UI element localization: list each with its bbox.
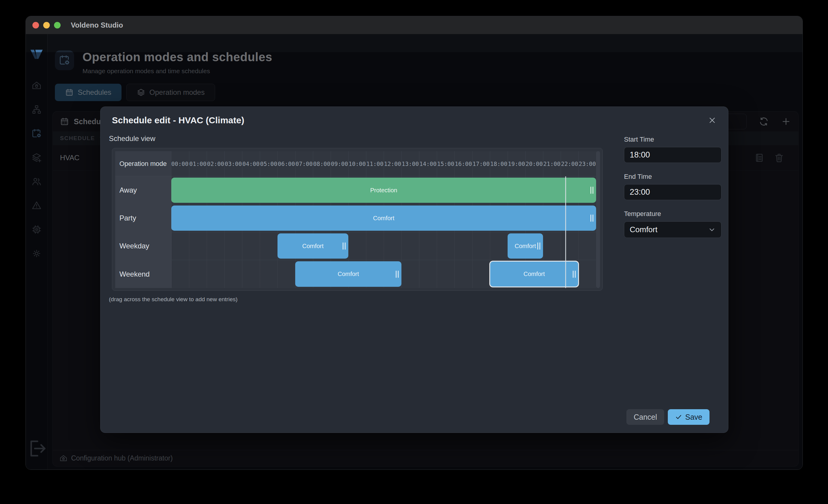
schedule-grid[interactable]: Operation mode 00:0001:0002:0003:0004:00… — [112, 148, 603, 291]
resize-handle[interactable] — [573, 270, 576, 278]
time-tick: 22:00 — [561, 151, 578, 176]
temperature-select[interactable]: Comfort — [624, 221, 721, 238]
entry-label: Protection — [370, 187, 397, 194]
entry-label: Comfort — [302, 243, 323, 250]
modal-title: Schedule edit - HVAC (Climate) — [112, 115, 244, 125]
schedule-entry-comfort[interactable]: Comfort — [508, 234, 543, 259]
schedule-entry-comfort[interactable]: Comfort — [295, 261, 402, 287]
time-tick: 19:00 — [508, 151, 525, 176]
save-button[interactable]: Save — [668, 409, 709, 425]
time-tick: 16:00 — [455, 151, 472, 176]
close-window-button[interactable] — [32, 22, 39, 29]
schedule-entry-protection[interactable]: Protection — [171, 178, 596, 203]
schedule-grid-inner: Operation mode 00:0001:0002:0003:0004:00… — [115, 151, 600, 288]
check-icon — [675, 413, 682, 421]
resize-handle[interactable] — [396, 270, 399, 278]
time-tick: 08:00 — [313, 151, 331, 176]
start-time-input[interactable] — [624, 147, 721, 163]
time-tick: 12:00 — [384, 151, 402, 176]
time-tick: 11:00 — [366, 151, 384, 176]
row-label: Party — [115, 204, 171, 232]
time-tick: 13:00 — [402, 151, 419, 176]
time-tick: 10:00 — [348, 151, 366, 176]
end-time-label: End Time — [624, 173, 721, 181]
time-tick: 04:00 — [242, 151, 260, 176]
schedule-row-weekday: WeekdayComfortComfort — [115, 232, 600, 260]
schedule-entry-comfort[interactable]: Comfort — [278, 234, 348, 259]
save-label: Save — [685, 413, 702, 421]
row-track[interactable]: ComfortComfort — [171, 232, 596, 260]
temperature-label: Temperature — [624, 210, 721, 218]
grid-scrollbar[interactable] — [596, 151, 600, 288]
operation-mode-header: Operation mode — [115, 151, 171, 176]
app-body: Operation modes and schedules Manage ope… — [26, 34, 802, 469]
drag-hint: (drag across the schedule view to add ne… — [109, 296, 238, 303]
resize-handle[interactable] — [343, 242, 345, 250]
row-track[interactable]: Protection — [171, 176, 596, 204]
time-tick: 01:00 — [189, 151, 207, 176]
close-icon — [708, 116, 717, 125]
screen: Voldeno Studio — [0, 0, 828, 504]
schedule-grid-header: Operation mode 00:0001:0002:0003:0004:00… — [115, 151, 600, 176]
current-time-line — [565, 176, 566, 288]
time-tick: 00:00 — [171, 151, 189, 176]
time-tick: 06:00 — [278, 151, 295, 176]
window-title: Voldeno Studio — [71, 21, 123, 30]
time-axis: 00:0001:0002:0003:0004:0005:0006:0007:00… — [171, 151, 596, 176]
time-tick: 23:00 — [578, 151, 596, 176]
schedule-row-weekend: WeekendComfortComfort — [115, 260, 600, 288]
row-track[interactable]: Comfort — [171, 204, 596, 232]
entry-label: Comfort — [373, 215, 394, 222]
entry-label: Comfort — [524, 270, 545, 278]
time-tick: 17:00 — [472, 151, 490, 176]
time-tick: 15:00 — [437, 151, 455, 176]
resize-handle[interactable] — [537, 242, 540, 250]
start-time-label: Start Time — [624, 136, 721, 143]
schedule-row-away: AwayProtection — [115, 176, 600, 204]
resize-handle[interactable] — [590, 214, 593, 222]
time-tick: 02:00 — [207, 151, 224, 176]
time-tick: 09:00 — [331, 151, 348, 176]
app-window: Voldeno Studio — [26, 16, 803, 470]
time-tick: 03:00 — [224, 151, 242, 176]
zoom-window-button[interactable] — [54, 22, 60, 29]
row-track[interactable]: ComfortComfort — [171, 260, 596, 288]
schedule-row-party: PartyComfort — [115, 204, 600, 232]
modal-footer: Cancel Save — [626, 409, 709, 425]
time-tick: 05:00 — [260, 151, 278, 176]
resize-handle[interactable] — [590, 186, 593, 194]
row-label: Weekend — [115, 260, 171, 288]
schedule-rows: AwayProtectionPartyComfortWeekdayComfort… — [115, 176, 600, 288]
minimize-window-button[interactable] — [43, 22, 50, 29]
entry-label: Comfort — [514, 243, 536, 250]
temperature-value: Comfort — [630, 225, 657, 234]
chevron-down-icon — [708, 226, 716, 234]
end-time-input[interactable] — [624, 184, 721, 200]
time-tick: 14:00 — [419, 151, 437, 176]
row-label: Weekday — [115, 232, 171, 260]
schedule-entry-comfort[interactable]: Comfort — [171, 206, 596, 231]
titlebar: Voldeno Studio — [26, 16, 802, 34]
time-tick: 21:00 — [543, 151, 561, 176]
modal-close-button[interactable] — [706, 115, 718, 126]
schedule-view-label: Schedule view — [109, 134, 155, 143]
time-tick: 20:00 — [525, 151, 543, 176]
schedule-edit-modal: Schedule edit - HVAC (Climate) Schedule … — [100, 107, 729, 433]
cancel-button[interactable]: Cancel — [626, 409, 664, 425]
row-label: Away — [115, 176, 171, 204]
time-tick: 18:00 — [490, 151, 508, 176]
entry-label: Comfort — [337, 270, 359, 278]
time-tick: 07:00 — [295, 151, 313, 176]
cancel-label: Cancel — [633, 413, 657, 421]
entry-fields: Start Time End Time Temperature Comfort — [624, 136, 721, 238]
